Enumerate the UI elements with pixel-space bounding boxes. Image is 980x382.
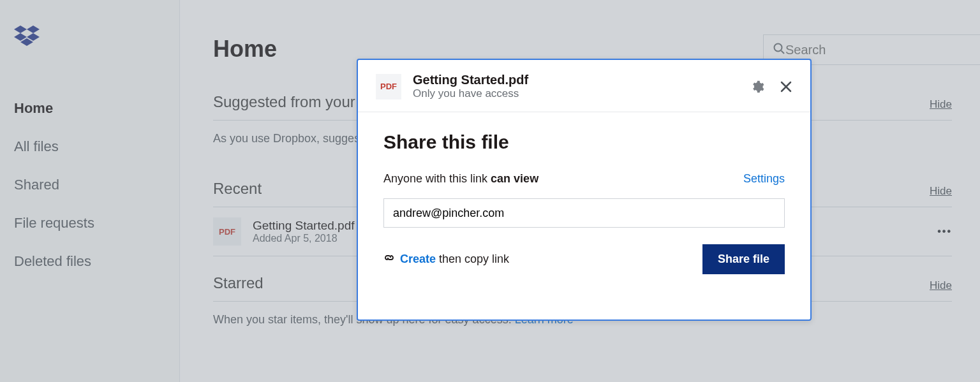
- settings-link[interactable]: Settings: [743, 172, 785, 186]
- section-recent-title: Recent: [213, 180, 262, 198]
- pdf-icon: PDF: [213, 217, 241, 246]
- modal-pdf-icon: PDF: [376, 74, 401, 99]
- create-link[interactable]: Create: [400, 253, 436, 265]
- svg-marker-0: [14, 26, 27, 33]
- close-icon[interactable]: [780, 80, 792, 93]
- link-icon: [383, 252, 395, 267]
- gear-icon[interactable]: [750, 80, 764, 94]
- nav-shared[interactable]: Shared: [14, 166, 179, 204]
- row-overflow-icon[interactable]: •••: [937, 226, 952, 237]
- search-input[interactable]: [785, 43, 951, 57]
- modal-title: Share this file: [383, 131, 785, 153]
- hide-suggested[interactable]: Hide: [930, 98, 952, 111]
- modal-file-name: Getting Started.pdf: [413, 73, 750, 87]
- nav-file-requests[interactable]: File requests: [14, 204, 179, 242]
- share-modal: PDF Getting Started.pdf Only you have ac…: [357, 59, 812, 321]
- modal-file-sub: Only you have access: [413, 87, 750, 100]
- nav-home[interactable]: Home: [14, 89, 179, 128]
- search-icon: [773, 42, 785, 57]
- hide-starred[interactable]: Hide: [930, 279, 952, 292]
- nav-all-files[interactable]: All files: [14, 128, 179, 166]
- svg-marker-1: [27, 26, 40, 33]
- svg-line-6: [782, 51, 785, 54]
- nav-deleted-files[interactable]: Deleted files: [14, 242, 179, 281]
- copy-link-text: then copy link: [436, 253, 509, 265]
- section-starred-title: Starred: [213, 274, 264, 292]
- dropbox-logo: [0, 26, 179, 51]
- permission-text: Anyone with this link can view: [383, 172, 538, 186]
- hide-recent[interactable]: Hide: [930, 185, 952, 198]
- email-input[interactable]: [383, 198, 785, 228]
- share-file-button[interactable]: Share file: [702, 244, 785, 274]
- svg-point-5: [775, 44, 782, 52]
